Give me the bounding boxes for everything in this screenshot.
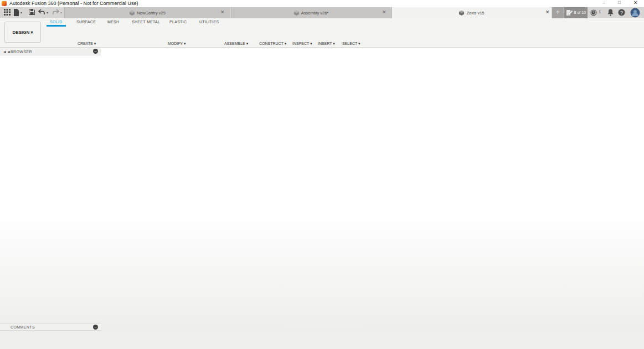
svg-text:?: ? xyxy=(620,10,623,16)
